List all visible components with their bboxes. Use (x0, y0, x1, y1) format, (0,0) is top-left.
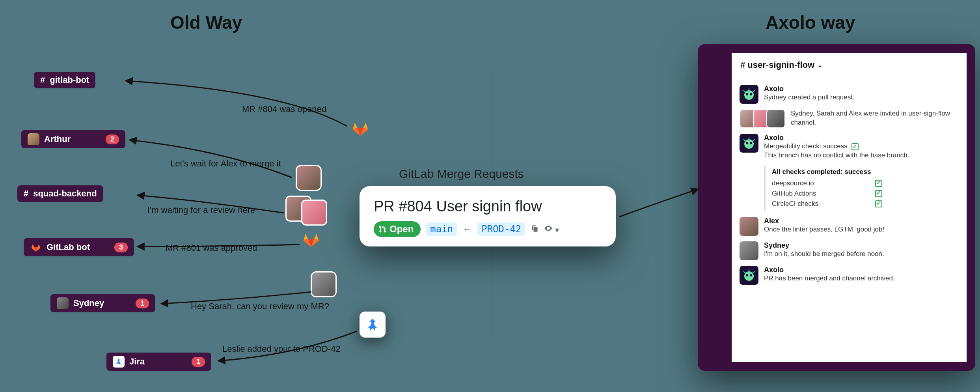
avatar-axolo (740, 266, 758, 285)
checks-title: All checks completed: success (772, 168, 959, 176)
avatar-icon (28, 133, 39, 145)
avatar-person-b (301, 200, 327, 226)
channel-jira[interactable]: Jira 1 (106, 353, 211, 371)
branch-source[interactable]: PROD-42 (477, 222, 525, 236)
jira-icon-block (360, 312, 386, 338)
slack-messages: Axolo Sydney created a pull request. Syd… (732, 76, 967, 293)
merge-request-card[interactable]: PR #804 User signin flow Open main ← PRO… (360, 186, 616, 246)
copy-icon[interactable] (531, 224, 538, 234)
badge-count: 2 (106, 134, 119, 144)
branch-base[interactable]: main (426, 222, 457, 236)
message-item: Alex Once the linter passes, LGTM, good … (740, 217, 959, 236)
gitlab-icon (303, 231, 319, 248)
svg-point-8 (750, 274, 752, 276)
svg-point-3 (744, 139, 754, 149)
pr-meta-row: Open main ← PROD-42 ▾ (374, 221, 600, 237)
note-review-my-mr: Hey Sarah, can you review my MR? (191, 301, 329, 312)
open-status-badge: Open (374, 221, 421, 237)
note-mr-approved: MR #801 was approved (166, 243, 257, 253)
message-author: Axolo (764, 85, 959, 93)
pr-title: PR #804 User signin flow (374, 198, 600, 215)
note-mr-opened: MR #804 was opened (242, 104, 326, 114)
message-item: Axolo Mergeability check: success This b… (740, 134, 959, 160)
heading-axolo-way: Axolo way (766, 12, 855, 33)
avatar-group (740, 109, 785, 128)
channel-squad-backend[interactable]: # squad-backend (17, 185, 103, 202)
note-wait-alex: Let's wait for Alex to merge it (170, 159, 281, 169)
channel-sydney[interactable]: Sydney 1 (50, 294, 155, 312)
message-item: Sydney I'm on it, should be merged befor… (740, 241, 959, 260)
note-prod-42: Leslie added your to PROD-42 (222, 344, 341, 354)
svg-point-1 (746, 93, 748, 95)
message-body: Sydney created a pull request. (764, 93, 959, 102)
hash-icon: # (24, 189, 28, 199)
gitlab-icon (352, 120, 369, 136)
avatar-axolo (740, 85, 758, 104)
avatar-icon (57, 297, 69, 309)
message-author: Axolo (764, 266, 959, 274)
svg-point-0 (744, 90, 754, 100)
check-icon (875, 180, 882, 187)
channel-gitlab-bot[interactable]: # gitlab-bot (34, 72, 95, 88)
checks-block: All checks completed: success deepsource… (764, 166, 959, 211)
check-icon (875, 190, 882, 197)
message-body: PR has been merged and channel archived. (764, 274, 959, 283)
svg-point-6 (744, 271, 754, 281)
channel-label: squad-backend (33, 189, 97, 199)
arrow-left-icon: ← (462, 224, 472, 235)
check-icon (851, 143, 859, 150)
gitlab-section-title: GitLab Merge Requests (399, 167, 524, 181)
slack-channel-header[interactable]: # user-signin-flow ⌄ (732, 53, 967, 76)
badge-count: 3 (114, 243, 128, 252)
channel-label: Jira (129, 357, 187, 367)
message-subtext: This branch has no conflict with the bas… (764, 151, 959, 160)
message-author: Axolo (764, 134, 959, 142)
check-item: CircleCI checks (772, 199, 882, 209)
check-item: deepsource.io (772, 178, 882, 189)
watch-icon[interactable]: ▾ (544, 224, 559, 235)
badge-count: 1 (192, 357, 205, 367)
avatar-alex (740, 217, 758, 236)
svg-point-2 (750, 93, 752, 95)
channel-label: Arthur (44, 134, 101, 144)
heading-old-way: Old Way (170, 12, 242, 33)
avatar-sydney (311, 271, 337, 297)
message-item: Axolo Sydney created a pull request. (740, 85, 959, 104)
channel-label: gitlab-bot (50, 75, 89, 85)
jira-icon (113, 356, 125, 368)
message-body: Once the linter passes, LGTM, good job! (764, 225, 959, 234)
message-body: Sydney, Sarah and Alex were invited in u… (791, 109, 959, 127)
svg-point-5 (750, 142, 752, 144)
channel-name: # user-signin-flow (740, 60, 814, 70)
avatar-sydney (740, 241, 758, 260)
hash-icon: # (40, 75, 45, 85)
message-body: I'm on it, should be merged before noon. (764, 250, 959, 259)
svg-point-7 (746, 274, 748, 276)
note-waiting-review: I'm waiting for a review here (147, 205, 255, 215)
message-item: Axolo PR has been merged and channel arc… (740, 266, 959, 285)
svg-point-4 (746, 142, 748, 144)
check-icon (875, 200, 882, 207)
chevron-down-icon: ⌄ (818, 62, 822, 68)
channel-arthur[interactable]: Arthur 2 (21, 130, 125, 148)
check-item: GitHub Actions (772, 189, 882, 199)
message-author: Alex (764, 217, 959, 225)
channel-label: GitLab bot (47, 242, 110, 252)
message-body: Mergeability check: success (764, 142, 959, 151)
badge-count: 1 (136, 299, 149, 308)
message-item: Sydney, Sarah and Alex were invited in u… (740, 109, 959, 128)
slack-window: # user-signin-flow ⌄ Axolo Sydney create… (698, 44, 975, 371)
gitlab-icon (30, 241, 42, 253)
message-author: Sydney (764, 241, 959, 250)
channel-gitlab-bot-app[interactable]: GitLab bot 3 (24, 238, 134, 256)
avatar-axolo (740, 134, 758, 153)
avatar-alex (296, 165, 322, 191)
pull-request-icon (378, 225, 386, 233)
channel-label: Sydney (73, 298, 131, 308)
